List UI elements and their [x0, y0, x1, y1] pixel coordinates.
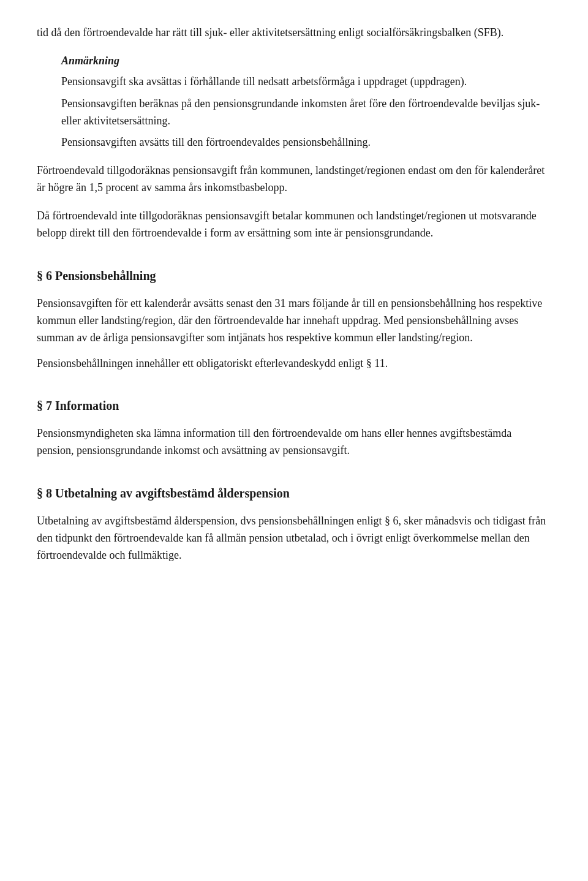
anmarkning-paragraph-3: Pensionsavgiften avsätts till den förtro… [61, 134, 551, 151]
section-8-paragraph-1: Utbetalning av avgiftsbestämd ålderspens… [37, 513, 551, 564]
page-content: tid då den förtroendevalde har rätt till… [0, 0, 588, 881]
section-6-paragraph-2: Pensionsbehållningen innehåller ett obli… [37, 355, 551, 372]
anmarkning-paragraph-1: Pensionsavgift ska avsättas i förhålland… [61, 74, 551, 91]
body-paragraph-1: Förtroendevald tillgodoräknas pensionsav… [37, 162, 551, 197]
section-6-paragraph-1: Pensionsavgiften för ett kalenderår avsä… [37, 295, 551, 347]
anmarkning-title: Anmärkning [61, 53, 551, 70]
intro-paragraph: tid då den förtroendevalde har rätt till… [37, 25, 551, 42]
anmarkning-paragraph-2: Pensionsavgiften beräknas på den pension… [61, 96, 551, 130]
body-paragraph-2: Då förtroendevald inte tillgodoräknas pe… [37, 208, 551, 242]
section-8-heading: § 8 Utbetalning av avgiftsbestämd ålders… [37, 484, 551, 503]
anmarkning-block: Anmärkning Pensionsavgift ska avsättas i… [61, 53, 551, 151]
section-7-paragraph-1: Pensionsmyndigheten ska lämna informatio… [37, 425, 551, 459]
section-6-heading: § 6 Pensionsbehållning [37, 267, 551, 285]
section-7-heading: § 7 Information [37, 396, 551, 415]
